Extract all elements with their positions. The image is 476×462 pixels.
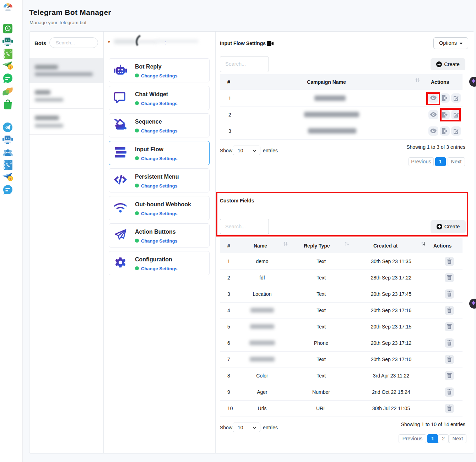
svg-text:1: 1 — [9, 65, 11, 69]
svg-text:1: 1 — [9, 177, 11, 181]
